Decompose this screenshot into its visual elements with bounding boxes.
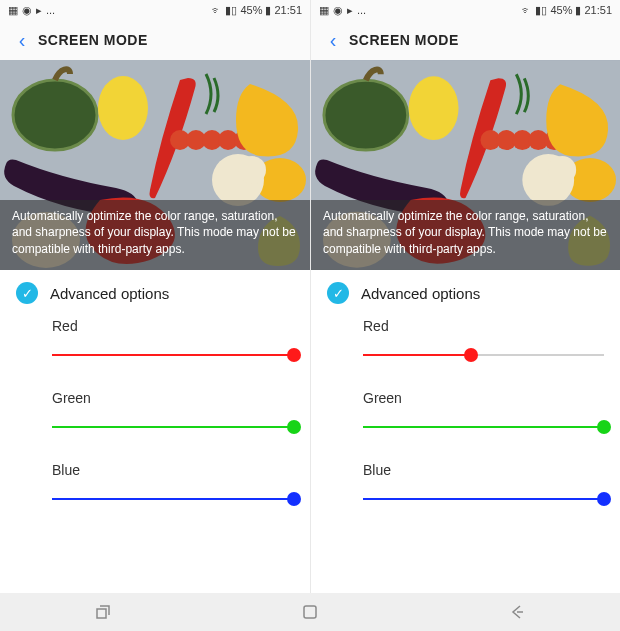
slider-green: Green — [52, 390, 294, 434]
back-chevron-icon[interactable]: ‹ — [321, 29, 345, 52]
play-icon: ▸ — [347, 4, 353, 17]
slider-label: Red — [52, 318, 294, 334]
svg-rect-26 — [304, 606, 316, 618]
system-navbar — [0, 593, 620, 631]
slider-label: Blue — [363, 462, 604, 478]
slider-blue: Blue — [52, 462, 294, 506]
slider-track[interactable] — [52, 492, 294, 506]
slider-thumb[interactable] — [287, 420, 301, 434]
topbar: ‹SCREEN MODE — [0, 20, 310, 60]
slider-track-fill — [363, 498, 604, 500]
globe-icon: ◉ — [333, 4, 343, 17]
image-icon: ▦ — [8, 4, 18, 17]
slider-track-fill — [363, 426, 604, 428]
advanced-options-row[interactable]: ✓Advanced options — [0, 270, 310, 314]
nav-back-button[interactable] — [414, 603, 619, 621]
slider-label: Green — [52, 390, 294, 406]
slider-green: Green — [363, 390, 604, 434]
image-icon: ▦ — [319, 4, 329, 17]
checkmark-icon[interactable]: ✓ — [16, 282, 38, 304]
preview-image: Automatically optimize the color range, … — [311, 60, 620, 270]
slider-track[interactable] — [363, 492, 604, 506]
slider-track[interactable] — [52, 420, 294, 434]
preview-description: Automatically optimize the color range, … — [311, 200, 620, 270]
slider-blue: Blue — [363, 462, 604, 506]
slider-track-fill — [363, 354, 471, 356]
preview-image: Automatically optimize the color range, … — [0, 60, 310, 270]
battery-percent: 45% — [240, 4, 262, 16]
pane-right: ▦◉▸...ᯤ▮▯45%▮21:51‹SCREEN MODEAutomatica… — [310, 0, 620, 593]
slider-label: Blue — [52, 462, 294, 478]
wifi-icon: ᯤ — [211, 4, 222, 16]
nav-recents-button[interactable] — [1, 603, 206, 621]
advanced-options-label: Advanced options — [50, 285, 169, 302]
ellipsis: ... — [357, 4, 366, 16]
page-title: SCREEN MODE — [38, 32, 148, 48]
slider-track[interactable] — [363, 420, 604, 434]
slider-thumb[interactable] — [287, 348, 301, 362]
battery-icon: ▮ — [265, 4, 271, 17]
svg-point-3 — [98, 76, 148, 140]
slider-thumb[interactable] — [464, 348, 478, 362]
wifi-icon: ᯤ — [521, 4, 532, 16]
sliders-container: RedGreenBlue — [0, 314, 310, 512]
slider-thumb[interactable] — [597, 420, 611, 434]
ellipsis: ... — [46, 4, 55, 16]
signal-icon: ▮▯ — [225, 4, 237, 17]
battery-percent: 45% — [550, 4, 572, 16]
slider-red: Red — [52, 318, 294, 362]
slider-track-fill — [52, 354, 294, 356]
globe-icon: ◉ — [22, 4, 32, 17]
status-bar: ▦◉▸...ᯤ▮▯45%▮21:51 — [0, 0, 310, 20]
preview-description: Automatically optimize the color range, … — [0, 200, 310, 270]
slider-track[interactable] — [363, 348, 604, 362]
advanced-options-label: Advanced options — [361, 285, 480, 302]
battery-icon: ▮ — [575, 4, 581, 17]
checkmark-icon[interactable]: ✓ — [327, 282, 349, 304]
nav-home-button[interactable] — [208, 603, 413, 621]
slider-thumb[interactable] — [597, 492, 611, 506]
sliders-container: RedGreenBlue — [311, 314, 620, 512]
slider-track[interactable] — [52, 348, 294, 362]
page-title: SCREEN MODE — [349, 32, 459, 48]
slider-track-fill — [52, 498, 294, 500]
slider-label: Green — [363, 390, 604, 406]
back-chevron-icon[interactable]: ‹ — [10, 29, 34, 52]
status-time: 21:51 — [274, 4, 302, 16]
status-bar: ▦◉▸...ᯤ▮▯45%▮21:51 — [311, 0, 620, 20]
svg-point-24 — [548, 156, 576, 184]
topbar: ‹SCREEN MODE — [311, 20, 620, 60]
svg-point-16 — [409, 76, 459, 140]
slider-red: Red — [363, 318, 604, 362]
play-icon: ▸ — [36, 4, 42, 17]
slider-thumb[interactable] — [287, 492, 301, 506]
status-time: 21:51 — [584, 4, 612, 16]
slider-label: Red — [363, 318, 604, 334]
advanced-options-row[interactable]: ✓Advanced options — [311, 270, 620, 314]
pane-left: ▦◉▸...ᯤ▮▯45%▮21:51‹SCREEN MODEAutomatica… — [0, 0, 310, 593]
slider-track-fill — [52, 426, 294, 428]
signal-icon: ▮▯ — [535, 4, 547, 17]
svg-point-11 — [238, 156, 266, 184]
